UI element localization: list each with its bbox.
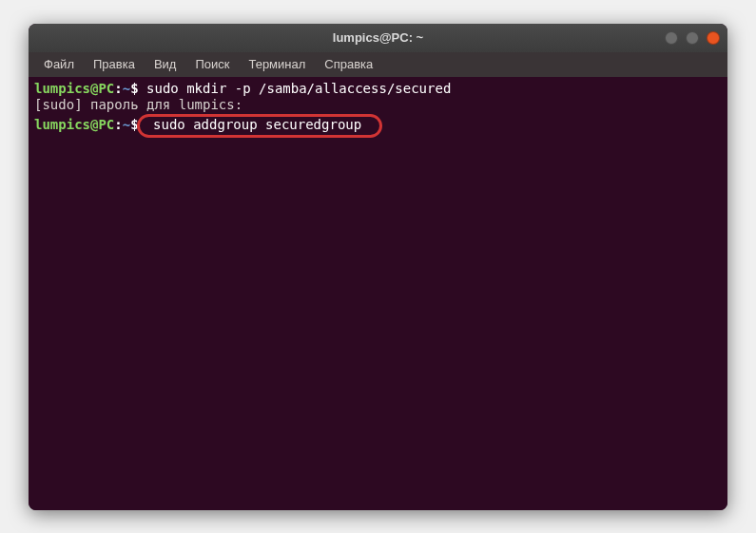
prompt-colon: : <box>114 117 122 132</box>
prompt-path: ~ <box>123 81 130 96</box>
menu-edit[interactable]: Правка <box>86 55 143 73</box>
prompt-colon: : <box>114 81 122 96</box>
command-2: sudo addgroup securedgroup <box>145 117 370 132</box>
highlight-annotation: sudo addgroup securedgroup <box>137 114 382 139</box>
window-title: lumpics@PC: ~ <box>333 30 423 45</box>
terminal-window: lumpics@PC: ~ Файл Правка Вид Поиск Терм… <box>29 24 727 510</box>
prompt-user: lumpics@PC <box>34 117 114 132</box>
terminal-line-1: lumpics@PC:~$ sudo mkdir -p /samba/allac… <box>34 81 722 98</box>
terminal-line-2: lumpics@PC:~$ sudo addgroup securedgroup <box>34 114 722 139</box>
window-controls <box>665 31 720 45</box>
menu-file[interactable]: Файл <box>36 55 82 73</box>
menu-terminal[interactable]: Терминал <box>241 55 313 73</box>
terminal-body[interactable]: lumpics@PC:~$ sudo mkdir -p /samba/allac… <box>29 77 727 510</box>
close-button[interactable] <box>707 31 720 45</box>
menubar: Файл Правка Вид Поиск Терминал Справка <box>29 52 727 77</box>
terminal-output-1: [sudo] пароль для lumpics: <box>34 97 722 114</box>
menu-view[interactable]: Вид <box>146 55 184 73</box>
maximize-button[interactable] <box>686 31 699 45</box>
menu-search[interactable]: Поиск <box>187 55 237 73</box>
prompt-dollar: $ <box>130 81 138 96</box>
minimize-button[interactable] <box>665 31 678 45</box>
command-1: sudo mkdir -p /samba/allaccess/secured <box>139 81 452 96</box>
titlebar[interactable]: lumpics@PC: ~ <box>29 24 727 52</box>
prompt-user: lumpics@PC <box>34 81 114 96</box>
menu-help[interactable]: Справка <box>317 55 380 73</box>
prompt-path: ~ <box>123 117 130 132</box>
